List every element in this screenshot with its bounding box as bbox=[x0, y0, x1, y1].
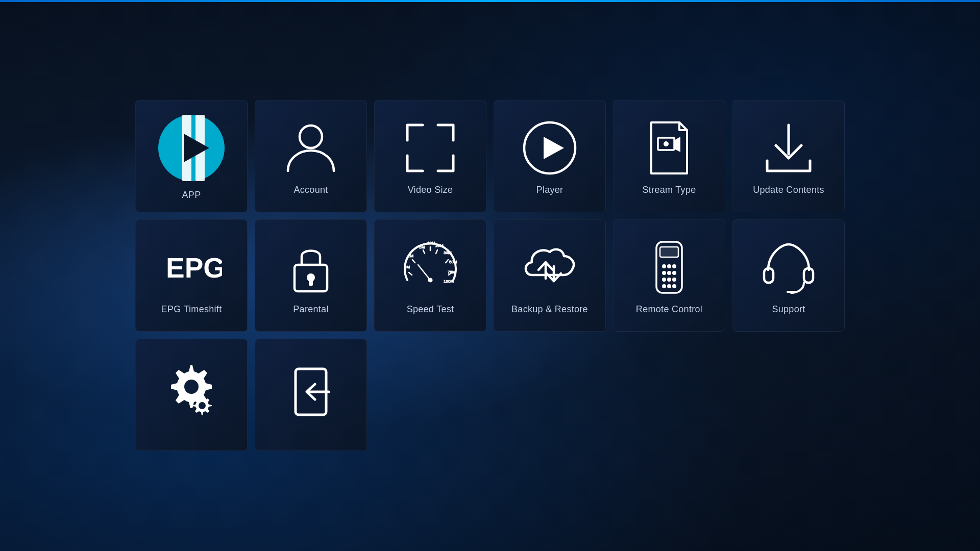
svg-point-53 bbox=[184, 380, 199, 394]
svg-line-32 bbox=[418, 265, 430, 280]
tile-support[interactable]: Support bbox=[732, 219, 845, 332]
svg-point-44 bbox=[662, 278, 666, 282]
empty-tile-2 bbox=[494, 339, 606, 451]
svg-point-45 bbox=[667, 278, 671, 282]
svg-marker-9 bbox=[674, 137, 680, 152]
empty-tile-3 bbox=[613, 339, 725, 451]
svg-rect-37 bbox=[660, 247, 678, 257]
tile-speed-test[interactable]: 0M 1M 5M 10M 20M 30M 50M 75M 100M Speed … bbox=[374, 219, 486, 332]
tile-remote-control[interactable]: Remote Control bbox=[613, 219, 725, 332]
svg-point-38 bbox=[662, 264, 666, 268]
svg-point-10 bbox=[664, 141, 669, 146]
svg-text:10M: 10M bbox=[427, 241, 435, 245]
update-contents-label: Update Contents bbox=[753, 185, 824, 195]
player-label: Player bbox=[536, 185, 564, 195]
tile-logout[interactable] bbox=[255, 339, 367, 451]
tile-player[interactable]: Player bbox=[494, 100, 606, 212]
svg-point-41 bbox=[662, 271, 666, 275]
video-size-label: Video Size bbox=[408, 185, 453, 195]
svg-point-42 bbox=[667, 271, 671, 275]
account-icon bbox=[280, 117, 341, 179]
svg-point-39 bbox=[667, 264, 671, 268]
parental-label: Parental bbox=[293, 304, 328, 315]
svg-point-43 bbox=[672, 271, 676, 275]
svg-text:5M: 5M bbox=[419, 245, 425, 249]
svg-point-5 bbox=[300, 126, 322, 148]
svg-marker-7 bbox=[544, 137, 564, 159]
stream-type-icon bbox=[639, 117, 700, 179]
svg-line-21 bbox=[446, 260, 448, 263]
svg-point-33 bbox=[428, 278, 432, 282]
svg-line-20 bbox=[436, 250, 437, 254]
remote-control-label: Remote Control bbox=[636, 304, 702, 315]
tile-stream-type[interactable]: Stream Type bbox=[613, 100, 725, 212]
svg-point-46 bbox=[672, 278, 676, 282]
backup-restore-label: Backup & Restore bbox=[511, 304, 588, 315]
support-icon bbox=[758, 237, 819, 298]
svg-text:30M: 30M bbox=[444, 251, 452, 255]
tile-parental[interactable]: Parental bbox=[255, 219, 367, 332]
player-icon bbox=[519, 117, 580, 179]
svg-point-49 bbox=[672, 284, 676, 288]
speed-test-icon: 0M 1M 5M 10M 20M 30M 50M 75M 100M bbox=[400, 237, 461, 298]
epg-label: EPG Timeshift bbox=[161, 304, 222, 315]
svg-line-17 bbox=[412, 260, 415, 263]
svg-text:0M: 0M bbox=[404, 265, 410, 269]
svg-text:1M: 1M bbox=[408, 254, 413, 258]
logout-icon bbox=[280, 361, 341, 422]
tile-backup-restore[interactable]: Backup & Restore bbox=[494, 219, 606, 332]
svg-line-18 bbox=[423, 250, 425, 254]
remote-control-icon bbox=[639, 237, 700, 298]
tile-settings[interactable] bbox=[135, 339, 248, 451]
tile-epg-timeshift[interactable]: EPG EPG Timeshift bbox=[135, 219, 248, 332]
empty-tile-4 bbox=[732, 339, 845, 451]
tile-account[interactable]: Account bbox=[255, 100, 367, 212]
app-icon bbox=[156, 112, 227, 184]
svg-point-48 bbox=[667, 284, 671, 288]
svg-text:20M: 20M bbox=[435, 243, 444, 248]
tile-video-size[interactable]: Video Size bbox=[374, 100, 486, 212]
empty-tile-1 bbox=[374, 339, 486, 451]
settings-icon bbox=[161, 361, 222, 422]
svg-text:75M: 75M bbox=[448, 270, 456, 274]
svg-rect-15 bbox=[309, 280, 313, 286]
speed-test-label: Speed Test bbox=[407, 304, 454, 315]
support-label: Support bbox=[772, 304, 805, 315]
update-contents-icon bbox=[758, 117, 819, 179]
tile-app[interactable]: APP bbox=[135, 100, 248, 212]
svg-text:EPG: EPG bbox=[166, 252, 222, 284]
svg-text:100M: 100M bbox=[444, 279, 454, 284]
app-label: APP bbox=[182, 190, 201, 201]
svg-point-54 bbox=[199, 402, 206, 409]
video-size-icon bbox=[400, 117, 461, 179]
settings-grid: APP Account Video Size bbox=[125, 90, 855, 461]
parental-icon bbox=[280, 237, 341, 298]
account-label: Account bbox=[293, 185, 328, 195]
stream-type-label: Stream Type bbox=[642, 185, 696, 195]
epg-icon: EPG bbox=[161, 237, 222, 298]
svg-point-40 bbox=[672, 264, 676, 268]
svg-text:50M: 50M bbox=[449, 260, 457, 264]
svg-line-16 bbox=[409, 272, 412, 275]
svg-point-47 bbox=[662, 284, 666, 288]
tile-update-contents[interactable]: Update Contents bbox=[732, 100, 845, 212]
backup-restore-icon bbox=[519, 237, 580, 298]
